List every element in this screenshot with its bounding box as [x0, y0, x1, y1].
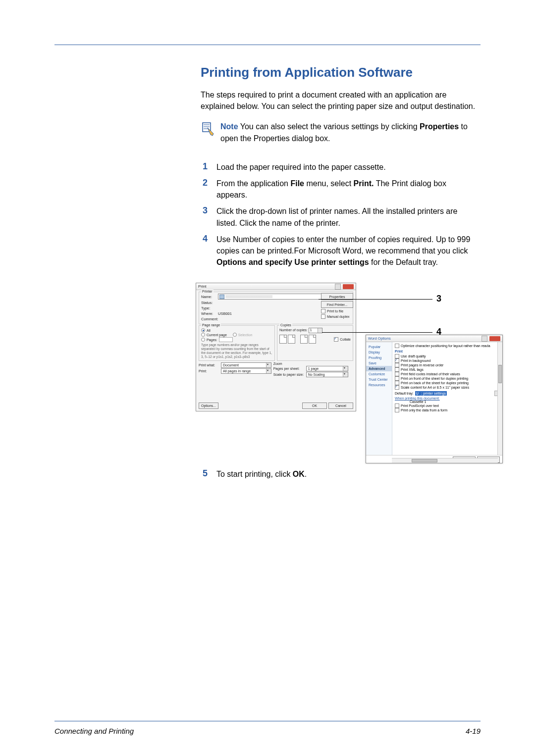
- opt-background[interactable]: Print in background: [395, 358, 500, 363]
- opt-form-data[interactable]: Print only the data from a form: [395, 408, 500, 412]
- chevron-down-icon: [343, 372, 348, 377]
- step-number: 5: [201, 468, 208, 479]
- cancel-button[interactable]: Cancel: [328, 403, 353, 409]
- pps-select[interactable]: 1 page: [306, 366, 348, 371]
- callout-arrow-icon: [419, 391, 423, 396]
- note-body-bold: Properties: [420, 122, 459, 131]
- print-to-file-checkbox[interactable]: Print to file: [321, 309, 353, 313]
- t: Current page: [207, 333, 227, 337]
- opt-postscript[interactable]: Print PostScript over text: [395, 403, 500, 408]
- radio-pages[interactable]: Pages:: [201, 337, 272, 342]
- step-3-text: Click the drop-down list of printer name…: [216, 205, 478, 228]
- collate-checkbox[interactable]: Collate: [334, 335, 351, 344]
- footer-left: Connecting and Printing: [54, 727, 134, 735]
- t: Print.: [354, 179, 374, 188]
- t: Print only the data from a form: [401, 408, 447, 412]
- pages-input[interactable]: [219, 337, 233, 342]
- find-printer-button[interactable]: Find Printer...: [321, 301, 353, 308]
- t: Print on back of the sheet for duplex pr…: [401, 381, 469, 385]
- opt-xml[interactable]: Print XML tags: [395, 367, 500, 372]
- opt-draft[interactable]: Use draft quality: [395, 354, 500, 358]
- t: Selection: [238, 333, 253, 337]
- t: Options and specify Use printer settings: [216, 258, 369, 266]
- print-dialog: Print Printer Name:: [196, 283, 356, 411]
- sidebar-item-trust-center[interactable]: Trust Center: [366, 377, 392, 382]
- note-icon: [201, 121, 214, 138]
- page-range-group: Page range All Current page Selection Pa…: [199, 325, 275, 361]
- sidebar-item-popular[interactable]: Popular: [366, 344, 392, 350]
- callout-4-line: [322, 332, 432, 333]
- t: Print PostScript over text: [401, 404, 439, 407]
- close-icon[interactable]: [489, 336, 500, 341]
- print-what-label: Print what:: [199, 363, 219, 367]
- comment-label: Comment:: [201, 317, 218, 321]
- opt-field-codes[interactable]: Print field codes instead of their value…: [395, 372, 500, 376]
- step-4-text: Use Number of copies to enter the number…: [216, 234, 478, 268]
- copies-stepper[interactable]: 1: [309, 328, 322, 333]
- t: Pages:: [207, 338, 217, 342]
- printer-name-value: [225, 295, 272, 298]
- printer-group-label: Printer: [201, 290, 214, 293]
- note-text: Note You can also select the various set…: [220, 121, 478, 144]
- sidebar-item-proofing[interactable]: Proofing: [366, 355, 392, 360]
- section-heading: Printing from Application Software: [201, 65, 478, 80]
- manual-duplex-checkbox[interactable]: Manual duplex: [321, 314, 353, 319]
- note-label: Note: [220, 122, 238, 131]
- t: 1 page: [308, 367, 319, 370]
- note-block: Note You can also select the various set…: [201, 121, 478, 144]
- word-options-dialog: Word Options Popular Display Proofing Sa…: [366, 335, 503, 463]
- step-1-text: Load the paper required into the paper c…: [216, 161, 386, 173]
- sidebar-item-customize[interactable]: Customize: [366, 371, 392, 377]
- t: From the application: [216, 179, 290, 188]
- copies-value: 1: [309, 328, 312, 332]
- sidebar-item-advanced[interactable]: Advanced: [366, 366, 392, 371]
- where-label: Where:: [201, 311, 218, 316]
- t: Use draft quality: [401, 354, 426, 358]
- t: for the Default tray.: [369, 258, 438, 266]
- chevron-down-icon: [266, 363, 271, 367]
- sidebar-item-display[interactable]: Display: [366, 350, 392, 355]
- note-body-pre: You can also select the various settings…: [238, 122, 420, 131]
- horizontal-scrollbar[interactable]: [392, 458, 498, 463]
- optimize-checkbox[interactable]: Optimize character positioning for layou…: [395, 344, 500, 348]
- t: All: [207, 329, 211, 332]
- callout-3: 3: [436, 294, 441, 304]
- callout-3-line: [319, 299, 432, 300]
- collate-icons: Collate: [279, 335, 351, 344]
- print-what-select[interactable]: Document: [221, 362, 271, 368]
- t: Print XML tags: [401, 368, 424, 371]
- name-label: Name:: [201, 295, 218, 299]
- help-icon[interactable]: [482, 336, 487, 342]
- help-icon[interactable]: [335, 284, 341, 290]
- copies-title: Copies: [279, 323, 292, 327]
- t: Print on front of the sheet for duplex p…: [401, 377, 468, 380]
- chevron-down-icon: [343, 366, 348, 371]
- t: OK: [293, 470, 305, 478]
- step-number: 4: [201, 234, 208, 244]
- radio-current[interactable]: Current page Selection: [201, 333, 272, 337]
- t: Document: [223, 363, 239, 367]
- opt-scale[interactable]: Scale content for A4 or 8.5 x 11" paper …: [395, 385, 500, 390]
- options-button[interactable]: Options...: [199, 403, 218, 409]
- t: Print field codes instead of their value…: [401, 372, 460, 376]
- close-icon[interactable]: [343, 284, 354, 289]
- print-select[interactable]: All pages in range: [221, 368, 271, 374]
- top-rule: [54, 45, 481, 45]
- pps-label: Pages per sheet:: [273, 367, 304, 370]
- radio-all[interactable]: All: [201, 328, 272, 332]
- cassette-value: Cassette 1: [410, 400, 500, 403]
- callout-4: 4: [436, 327, 441, 337]
- opt-front-duplex[interactable]: Print on front of the sheet for duplex p…: [395, 376, 500, 381]
- ok-button[interactable]: OK: [302, 403, 327, 409]
- copies-group: Copies Number of copies: 1 Collate: [277, 325, 353, 361]
- when-printing-label: When printing this document:: [395, 397, 500, 400]
- where-value: USB001: [218, 311, 232, 316]
- sidebar-item-save[interactable]: Save: [366, 360, 392, 366]
- opt-reverse[interactable]: Print pages in reverse order: [395, 363, 500, 367]
- sidebar-item-resources[interactable]: Resources: [366, 382, 392, 388]
- scale-select[interactable]: No Scaling: [306, 372, 348, 377]
- intro-paragraph: The steps required to print a document c…: [201, 89, 478, 112]
- vertical-scrollbar[interactable]: [497, 342, 502, 455]
- footer: Connecting and Printing 4-19: [54, 727, 481, 735]
- opt-back-duplex[interactable]: Print on back of the sheet for duplex pr…: [395, 381, 500, 385]
